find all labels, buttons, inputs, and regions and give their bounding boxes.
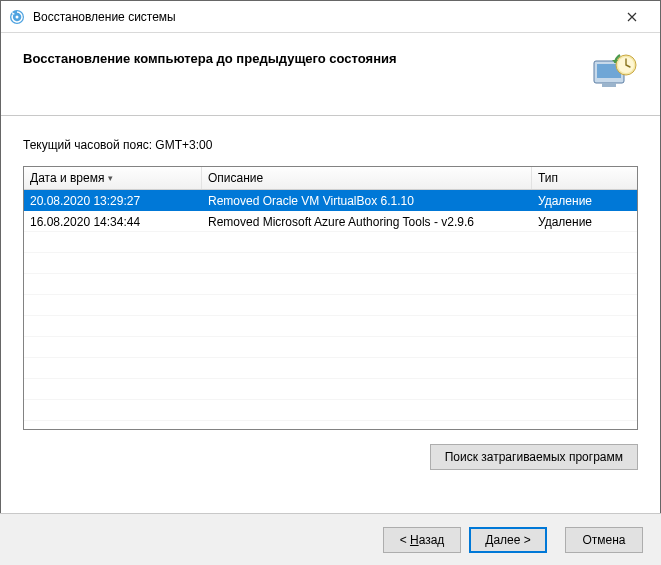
col-header-type-label: Тип (538, 171, 558, 185)
table-body: 20.08.2020 13:29:27 Removed Oracle VM Vi… (24, 190, 637, 428)
scan-button-row: Поиск затрагиваемых программ (23, 444, 638, 470)
table-row[interactable]: 16.08.2020 14:34:44 Removed Microsoft Az… (24, 211, 637, 232)
col-header-description-label: Описание (208, 171, 263, 185)
restore-graphic-icon (590, 51, 638, 93)
scan-affected-programs-button[interactable]: Поиск затрагиваемых программ (430, 444, 638, 470)
col-header-type[interactable]: Тип (532, 167, 637, 189)
back-button[interactable]: < Назад (383, 527, 461, 553)
close-button[interactable] (612, 1, 652, 32)
col-header-description[interactable]: Описание (202, 167, 532, 189)
sort-descending-icon: ▾ (108, 173, 113, 183)
next-button[interactable]: Далее > (469, 527, 547, 553)
cell-type: Удаление (532, 191, 637, 211)
cancel-button[interactable]: Отмена (565, 527, 643, 553)
col-header-datetime[interactable]: Дата и время ▾ (24, 167, 202, 189)
timezone-label: Текущий часовой пояс: GMT+3:00 (23, 138, 638, 152)
cell-description: Removed Microsoft Azure Authoring Tools … (202, 212, 532, 232)
page-title: Восстановление компьютера до предыдущего… (23, 51, 397, 66)
close-icon (627, 12, 637, 22)
cell-datetime: 20.08.2020 13:29:27 (24, 191, 202, 211)
wizard-footer: < Назад Далее > Отмена (0, 513, 661, 565)
cell-datetime: 16.08.2020 14:34:44 (24, 212, 202, 232)
window-title: Восстановление системы (33, 10, 612, 24)
titlebar: Восстановление системы (1, 1, 660, 33)
restore-points-table[interactable]: Дата и время ▾ Описание Тип 20.08.2020 1… (23, 166, 638, 430)
svg-rect-4 (602, 83, 616, 87)
table-header-row: Дата и время ▾ Описание Тип (24, 167, 637, 190)
system-restore-icon (9, 9, 25, 25)
svg-point-1 (16, 15, 19, 18)
cell-description: Removed Oracle VM VirtualBox 6.1.10 (202, 191, 532, 211)
col-header-datetime-label: Дата и время (30, 171, 104, 185)
table-row[interactable]: 20.08.2020 13:29:27 Removed Oracle VM Vi… (24, 190, 637, 211)
wizard-header: Восстановление компьютера до предыдущего… (1, 33, 660, 116)
content-area: Текущий часовой пояс: GMT+3:00 Дата и вр… (1, 116, 660, 480)
cell-type: Удаление (532, 212, 637, 232)
